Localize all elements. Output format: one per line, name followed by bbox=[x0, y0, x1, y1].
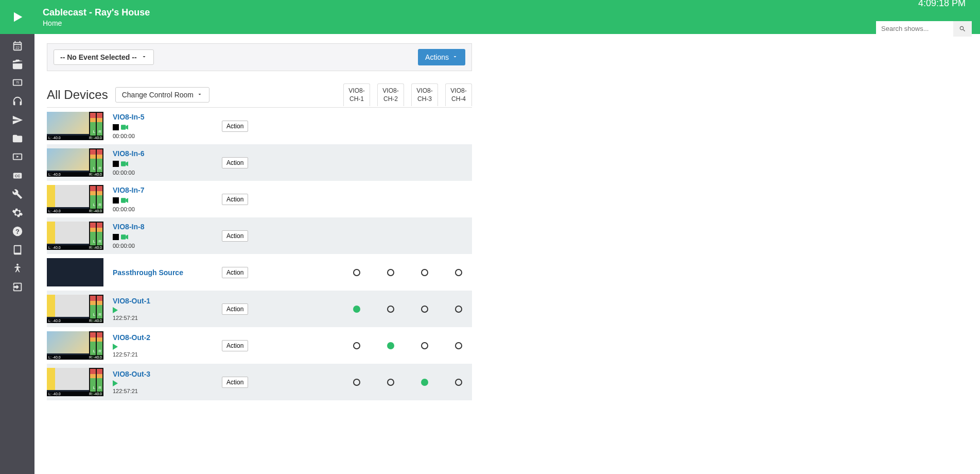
device-row: LRL: -40.0R: -40.0VIO8-Out-2122:57:21Act… bbox=[47, 327, 472, 364]
device-info: VIO8-In-600:00:00 bbox=[103, 149, 222, 176]
sidebar-item-files[interactable] bbox=[0, 130, 34, 147]
channel-radio[interactable] bbox=[353, 342, 360, 349]
channel-radio[interactable] bbox=[421, 342, 428, 349]
device-info: VIO8-Out-2122:57:21 bbox=[103, 333, 222, 358]
svg-point-8 bbox=[16, 264, 19, 266]
channel-radio[interactable] bbox=[387, 306, 394, 313]
sidebar-item-schedule[interactable]: 22 bbox=[0, 37, 34, 55]
device-action-button[interactable]: Action bbox=[222, 303, 248, 315]
channel-radio[interactable] bbox=[455, 342, 462, 349]
search-input[interactable] bbox=[876, 21, 953, 37]
channel-header[interactable]: VIO8-CH-4 bbox=[445, 83, 472, 106]
device-name-link[interactable]: Passthrough Source bbox=[113, 268, 222, 277]
camera-icon bbox=[121, 196, 128, 205]
sidebar-item-support[interactable] bbox=[0, 93, 34, 110]
channel-radio[interactable] bbox=[421, 269, 428, 276]
control-room-label: Change Control Room bbox=[122, 91, 194, 99]
channel-header[interactable]: VIO8-CH-3 bbox=[411, 83, 438, 106]
device-info: VIO8-In-800:00:00 bbox=[103, 223, 222, 249]
event-selector[interactable]: -- No Event Selected -- bbox=[54, 49, 154, 65]
sidebar-item-accessibility[interactable] bbox=[0, 260, 34, 277]
channel-radio[interactable] bbox=[387, 342, 394, 349]
sidebar-item-docs[interactable] bbox=[0, 241, 34, 259]
audio-level-readout: L: -40.0R: -40.0 bbox=[47, 136, 103, 140]
channel-header[interactable]: VIO8-CH-2 bbox=[377, 83, 404, 106]
device-name-link[interactable]: VIO8-In-7 bbox=[113, 186, 222, 194]
device-row: LRL: -40.0R: -40.0VIO8-Out-1122:57:21Act… bbox=[47, 291, 472, 327]
device-name-link[interactable]: VIO8-Out-1 bbox=[113, 297, 222, 305]
sidebar-item-send[interactable] bbox=[0, 111, 34, 129]
device-row: LRL: -40.0R: -40.0VIO8-Out-3122:57:21Act… bbox=[47, 364, 472, 400]
person-icon bbox=[12, 263, 23, 274]
play-icon bbox=[113, 307, 118, 313]
play-triangle-icon bbox=[10, 10, 25, 24]
device-info: VIO8-Out-3122:57:21 bbox=[103, 370, 222, 394]
search-button[interactable] bbox=[953, 21, 972, 37]
sidebar-item-captions[interactable]: CC bbox=[0, 167, 34, 184]
device-name-link[interactable]: VIO8-Out-2 bbox=[113, 333, 222, 342]
device-thumbnail[interactable]: LRL: -40.0R: -40.0 bbox=[47, 148, 103, 177]
device-name-link[interactable]: VIO8-In-5 bbox=[113, 113, 222, 121]
channel-radio[interactable] bbox=[421, 306, 428, 313]
toolbar: -- No Event Selected -- Actions bbox=[47, 43, 472, 71]
sidebar-item-shows[interactable] bbox=[0, 56, 34, 73]
channel-radio[interactable] bbox=[353, 269, 360, 276]
actions-button[interactable]: Actions bbox=[418, 49, 465, 65]
clapboard-icon bbox=[12, 59, 23, 70]
device-timecode: 00:00:00 bbox=[113, 243, 222, 249]
device-action-button[interactable]: Action bbox=[222, 157, 248, 168]
svg-rect-10 bbox=[121, 162, 126, 166]
app-logo[interactable] bbox=[0, 0, 34, 34]
channel-header[interactable]: VIO8-CH-1 bbox=[343, 83, 370, 106]
table-header: All Devices Change Control Room VIO8-CH-… bbox=[47, 83, 472, 108]
change-control-room-button[interactable]: Change Control Room bbox=[115, 87, 209, 103]
breadcrumb[interactable]: Home bbox=[43, 19, 876, 27]
sidebar-item-logout[interactable] bbox=[0, 278, 34, 296]
channel-radio[interactable] bbox=[387, 379, 394, 386]
device-info: VIO8-In-500:00:00 bbox=[103, 113, 222, 139]
sidebar-item-help[interactable]: ? bbox=[0, 223, 34, 240]
event-selector-label: -- No Event Selected -- bbox=[60, 53, 137, 61]
device-thumbnail[interactable]: LRL: -40.0R: -40.0 bbox=[47, 331, 103, 360]
device-thumbnail[interactable]: LRL: -40.0R: -40.0 bbox=[47, 368, 103, 396]
device-row: LRL: -40.0R: -40.0VIO8-In-800:00:00Actio… bbox=[47, 217, 472, 254]
stop-icon bbox=[113, 161, 119, 167]
device-name-link[interactable]: VIO8-In-8 bbox=[113, 223, 222, 231]
device-thumbnail[interactable]: LRL: -40.0R: -40.0 bbox=[47, 185, 103, 213]
svg-text:?: ? bbox=[15, 228, 20, 235]
sidebar-item-playback[interactable] bbox=[0, 148, 34, 166]
device-name-link[interactable]: VIO8-In-6 bbox=[113, 149, 222, 158]
svg-text:CC: CC bbox=[14, 174, 20, 178]
device-action-button[interactable]: Action bbox=[222, 377, 248, 388]
device-row: LRL: -40.0R: -40.0VIO8-In-700:00:00Actio… bbox=[47, 181, 472, 217]
device-action-button[interactable]: Action bbox=[222, 194, 248, 205]
channel-radio[interactable] bbox=[387, 269, 394, 276]
device-action-button[interactable]: Action bbox=[222, 267, 248, 278]
device-action-button[interactable]: Action bbox=[222, 340, 248, 351]
logout-icon bbox=[12, 281, 23, 293]
sidebar: 22 75 CC ? bbox=[0, 0, 34, 410]
device-name-link[interactable]: VIO8-Out-3 bbox=[113, 370, 222, 378]
channel-radio[interactable] bbox=[353, 306, 360, 313]
device-thumbnail[interactable] bbox=[47, 258, 103, 286]
svg-rect-9 bbox=[121, 125, 126, 130]
channel-radio[interactable] bbox=[455, 379, 462, 386]
device-thumbnail[interactable]: LRL: -40.0R: -40.0 bbox=[47, 295, 103, 323]
device-action-button[interactable]: Action bbox=[222, 230, 248, 242]
device-thumbnail[interactable]: LRL: -40.0R: -40.0 bbox=[47, 112, 103, 140]
device-timecode: 00:00:00 bbox=[113, 133, 222, 139]
device-thumbnail[interactable]: LRL: -40.0R: -40.0 bbox=[47, 222, 103, 250]
device-info: VIO8-Out-1122:57:21 bbox=[103, 297, 222, 321]
svg-rect-11 bbox=[121, 198, 126, 203]
main-content: -- No Event Selected -- Actions All Devi… bbox=[34, 34, 980, 410]
sidebar-item-settings[interactable] bbox=[0, 204, 34, 222]
channel-radio[interactable] bbox=[455, 269, 462, 276]
sidebar-item-monitor[interactable]: 75 bbox=[0, 74, 34, 92]
header: Cablecast - Ray's House Home 4:09:18 PM bbox=[34, 0, 980, 34]
stop-icon bbox=[113, 124, 119, 130]
channel-radio[interactable] bbox=[353, 379, 360, 386]
device-action-button[interactable]: Action bbox=[222, 121, 248, 132]
channel-radio[interactable] bbox=[455, 306, 462, 313]
channel-radio[interactable] bbox=[421, 379, 428, 386]
sidebar-item-tools[interactable] bbox=[0, 185, 34, 203]
